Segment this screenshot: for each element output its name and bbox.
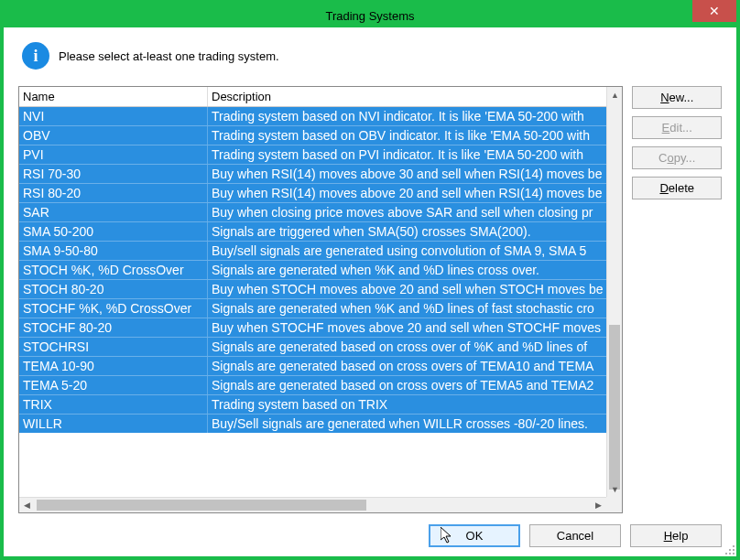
dialog-content: i Please select at-least one trading sys… — [4, 27, 736, 556]
table-row[interactable]: SARBuy when closing price moves above SA… — [19, 202, 606, 221]
cell-description: Buy when RSI(14) moves above 30 and sell… — [208, 165, 606, 183]
table-row[interactable]: NVITrading system based on NVI indicator… — [19, 107, 606, 125]
cell-description: Trading system based on TRIX — [208, 395, 606, 414]
cell-name: STOCHF %K, %D CrossOver — [19, 299, 208, 318]
cell-name: STOCHF 80-20 — [19, 318, 208, 337]
footer-buttons: OK Cancel Help — [18, 513, 722, 547]
table-row[interactable]: RSI 80-20Buy when RSI(14) moves above 20… — [19, 183, 606, 202]
table-row[interactable]: STOCH %K, %D CrossOverSignals are genera… — [19, 260, 606, 279]
table-header[interactable]: Name Description — [19, 87, 606, 107]
scroll-corner — [606, 497, 622, 512]
cell-description: Signals are generated when %K and %D lin… — [208, 299, 606, 318]
cell-description: Buy/Sell signals are generated when WILL… — [208, 415, 606, 433]
column-header-name[interactable]: Name — [19, 87, 208, 106]
scroll-down-arrow-icon[interactable]: ▼ — [607, 481, 622, 497]
table-row[interactable]: STOCH 80-20Buy when STOCH moves above 20… — [19, 279, 606, 298]
delete-button[interactable]: Delete — [632, 177, 722, 199]
info-icon: i — [22, 42, 49, 70]
table-row[interactable]: RSI 70-30Buy when RSI(14) moves above 30… — [19, 164, 606, 183]
info-banner: i Please select at-least one trading sys… — [22, 42, 722, 70]
table-row[interactable]: SMA 50-200Signals are triggered when SMA… — [19, 221, 606, 241]
column-header-description[interactable]: Description — [208, 87, 606, 106]
cell-description: Buy when closing price moves above SAR a… — [208, 203, 606, 221]
cell-description: Buy when STOCHF moves above 20 and sell … — [208, 318, 606, 337]
table-row[interactable]: TRIXTrading system based on TRIX — [19, 394, 606, 414]
table-row[interactable]: SMA 9-50-80Buy/sell signals are generate… — [19, 241, 606, 260]
info-message: Please select at-least one trading syste… — [59, 49, 279, 63]
cell-description: Trading system based on NVI indicator. I… — [208, 107, 606, 125]
main-row: Name Description NVITrading system based… — [18, 86, 722, 513]
cell-name: PVI — [19, 145, 208, 164]
table-row[interactable]: PVITrading system based on PVI indicator… — [19, 145, 606, 164]
scroll-left-arrow-icon[interactable]: ◀ — [19, 498, 35, 512]
table-row[interactable]: STOCHRSISignals are generated based on c… — [19, 337, 606, 356]
titlebar[interactable]: Trading Systems ✕ — [4, 4, 736, 27]
cell-description: Signals are generated based on cross ove… — [208, 376, 606, 394]
cell-name: SMA 9-50-80 — [19, 242, 208, 260]
new-button[interactable]: New... — [632, 86, 722, 109]
cell-name: STOCH %K, %D CrossOver — [19, 261, 208, 279]
cell-description: Buy when STOCH moves above 20 and sell w… — [208, 280, 606, 298]
cell-description: Trading system based on PVI indicator. I… — [208, 145, 606, 164]
horizontal-scrollbar[interactable]: ◀ ▶ — [19, 497, 606, 512]
table-row[interactable]: WILLRBuy/Sell signals are generated when… — [19, 414, 606, 433]
cancel-button[interactable]: Cancel — [529, 524, 621, 547]
dialog-window: Trading Systems ✕ i Please select at-lea… — [0, 0, 740, 560]
cell-description: Trading system based on OBV indicator. I… — [208, 126, 606, 145]
table-row[interactable]: TEMA 5-20Signals are generated based on … — [19, 375, 606, 394]
side-buttons: New... Edit... Copy... Delete — [632, 86, 722, 513]
table-row[interactable]: STOCHF %K, %D CrossOverSignals are gener… — [19, 298, 606, 318]
systems-table[interactable]: Name Description NVITrading system based… — [18, 86, 623, 513]
cell-name: OBV — [19, 126, 208, 145]
ok-button[interactable]: OK — [429, 524, 520, 547]
cell-name: STOCH 80-20 — [19, 280, 208, 298]
cell-description: Signals are generated based on cross ove… — [208, 357, 606, 375]
cell-name: SAR — [19, 203, 208, 221]
cell-description: Signals are triggered when SMA(50) cross… — [208, 222, 606, 241]
cell-description: Buy/sell signals are generated using con… — [208, 242, 606, 260]
resize-grip-icon[interactable] — [724, 544, 735, 555]
cell-name: RSI 70-30 — [19, 165, 208, 183]
close-icon: ✕ — [709, 4, 720, 18]
cell-description: Signals are generated based on cross ove… — [208, 338, 606, 356]
cell-name: NVI — [19, 107, 208, 125]
scroll-up-arrow-icon[interactable]: ▲ — [607, 87, 622, 102]
cell-description: Buy when RSI(14) moves above 20 and sell… — [208, 184, 606, 202]
cell-description: Signals are generated when %K and %D lin… — [208, 261, 606, 279]
horizontal-scroll-thumb[interactable] — [37, 500, 366, 511]
cell-name: STOCHRSI — [19, 338, 208, 356]
edit-button[interactable]: Edit... — [632, 116, 722, 139]
table-row[interactable]: TEMA 10-90Signals are generated based on… — [19, 356, 606, 375]
close-button[interactable]: ✕ — [692, 0, 736, 22]
vertical-scrollbar[interactable]: ▲ ▼ — [606, 87, 622, 497]
window-title: Trading Systems — [325, 9, 414, 23]
scroll-right-arrow-icon[interactable]: ▶ — [591, 498, 606, 512]
copy-button[interactable]: Copy... — [632, 146, 722, 169]
table-row[interactable]: OBVTrading system based on OBV indicator… — [19, 125, 606, 145]
cell-name: RSI 80-20 — [19, 184, 208, 202]
cell-name: TEMA 10-90 — [19, 357, 208, 375]
cell-name: TEMA 5-20 — [19, 376, 208, 394]
cell-name: SMA 50-200 — [19, 222, 208, 241]
cell-name: TRIX — [19, 395, 208, 414]
help-button[interactable]: Help — [630, 524, 722, 547]
vertical-scroll-thumb[interactable] — [609, 325, 620, 490]
cell-name: WILLR — [19, 415, 208, 433]
table-row[interactable]: STOCHF 80-20Buy when STOCHF moves above … — [19, 318, 606, 337]
